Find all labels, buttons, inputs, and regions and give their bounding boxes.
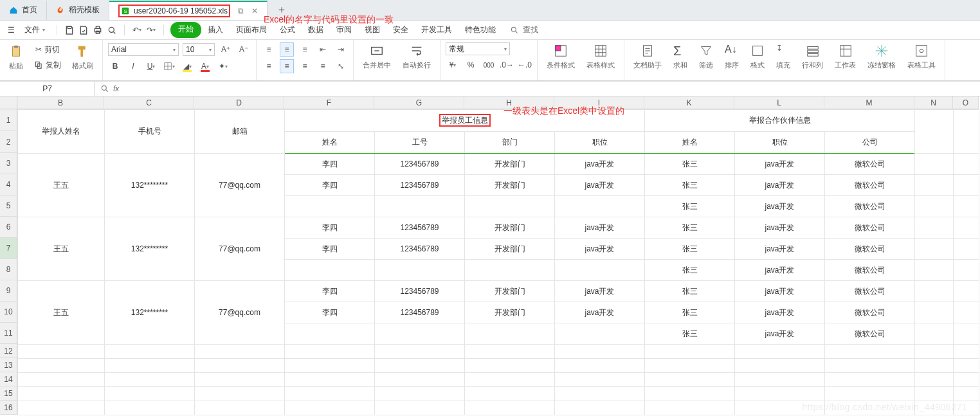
cell[interactable] <box>285 323 375 345</box>
cell[interactable]: 123456789 <box>375 175 465 196</box>
col-header-D[interactable]: D <box>194 96 284 109</box>
cell[interactable] <box>375 260 465 281</box>
cell[interactable] <box>105 373 195 387</box>
align-left-button[interactable]: ≡ <box>262 59 276 73</box>
cond-format-button[interactable]: 条件格式 <box>543 42 579 71</box>
file-menu[interactable]: 文件▾ <box>19 23 50 37</box>
cell[interactable] <box>18 401 105 415</box>
table-tools-button[interactable]: 表格工具 <box>903 42 939 71</box>
cell[interactable] <box>825 359 915 373</box>
col-header-N[interactable]: N <box>914 96 953 109</box>
filter-button[interactable]: 筛选 <box>695 42 717 71</box>
cell[interactable]: 微软公司 <box>825 239 915 260</box>
cell[interactable] <box>285 196 375 217</box>
cell[interactable]: java开发 <box>555 175 645 196</box>
cell[interactable] <box>915 154 954 175</box>
cell[interactable] <box>954 302 979 323</box>
cell[interactable] <box>555 387 645 401</box>
row-header-14[interactable]: 14 <box>0 372 17 386</box>
font-name-select[interactable]: Arial▾ <box>108 43 179 56</box>
row-header-10[interactable]: 10 <box>0 302 17 323</box>
fill-color-button[interactable]: ◢▾ <box>180 59 194 73</box>
cell[interactable]: 张三 <box>645 217 735 239</box>
cell[interactable] <box>555 323 645 345</box>
cell[interactable]: 姓名 <box>285 132 375 154</box>
tab-close-icon[interactable]: ✕ <box>251 6 258 15</box>
cell[interactable]: java开发 <box>735 217 825 239</box>
cell[interactable] <box>954 260 979 281</box>
cell[interactable]: 张三 <box>645 154 735 175</box>
row-header-13[interactable]: 13 <box>0 358 17 372</box>
undo-icon[interactable]: ↶▾ <box>131 24 143 36</box>
cell[interactable]: 微软公司 <box>825 217 915 239</box>
cell[interactable] <box>465 345 555 359</box>
cell[interactable] <box>915 260 954 281</box>
paste-button[interactable]: 粘贴 <box>5 43 27 72</box>
cell[interactable] <box>18 387 105 401</box>
name-box[interactable]: P7 <box>0 82 95 96</box>
cell[interactable] <box>18 373 105 387</box>
cell[interactable]: 工号 <box>375 132 465 154</box>
cell[interactable]: 公司 <box>825 132 915 154</box>
spreadsheet-grid[interactable]: BCDFGHIKLMNO 12345678910111213141516 一级表… <box>0 96 980 416</box>
number-format-select[interactable]: 常规▾ <box>446 42 510 55</box>
cell[interactable] <box>375 401 465 415</box>
cell[interactable] <box>954 175 979 196</box>
cell[interactable] <box>954 323 979 345</box>
cell[interactable]: java开发 <box>735 323 825 345</box>
cell[interactable]: java开发 <box>735 260 825 281</box>
cell[interactable] <box>954 281 979 302</box>
align-center-button[interactable]: ≡ <box>280 59 294 73</box>
cell[interactable]: 123456789 <box>375 217 465 239</box>
cell[interactable]: 张三 <box>645 302 735 323</box>
copy-button[interactable]: 复制 <box>31 58 64 72</box>
formula-input[interactable] <box>123 84 975 93</box>
cell[interactable]: 手机号 <box>105 110 195 154</box>
cell[interactable] <box>285 359 375 373</box>
cell[interactable]: java开发 <box>735 175 825 196</box>
cell[interactable] <box>555 373 645 387</box>
cell[interactable] <box>18 359 105 373</box>
print-icon[interactable] <box>92 24 104 36</box>
cell[interactable]: 123456789 <box>375 154 465 175</box>
cell[interactable]: 77@qq.com <box>195 217 285 281</box>
menu-1[interactable]: 插入 <box>201 22 230 38</box>
comma-button[interactable]: 000 <box>482 58 496 72</box>
cell[interactable] <box>735 373 825 387</box>
cell[interactable] <box>915 239 954 260</box>
zoom-icon[interactable] <box>100 84 109 93</box>
cell[interactable]: 132******** <box>105 154 195 217</box>
border-button[interactable]: ▾ <box>162 59 176 73</box>
cut-button[interactable]: ✂剪切 <box>31 42 64 57</box>
tab-home[interactable]: 首页 <box>0 1 47 20</box>
cell[interactable] <box>465 323 555 345</box>
col-header-O[interactable]: O <box>953 96 979 109</box>
row-header-1[interactable]: 1 <box>0 109 17 131</box>
cell[interactable] <box>915 110 954 154</box>
cell[interactable] <box>954 110 979 154</box>
align-top-button[interactable]: ≡ <box>262 42 276 57</box>
cell[interactable]: 微软公司 <box>825 175 915 196</box>
cell[interactable] <box>105 359 195 373</box>
tab-detach-icon[interactable]: ⧉ <box>238 6 244 15</box>
row-header-11[interactable]: 11 <box>0 323 17 344</box>
fx-icon[interactable]: fx <box>113 84 119 93</box>
cell[interactable]: 邮箱 <box>195 110 285 154</box>
menu-9[interactable]: 特色功能 <box>458 22 502 38</box>
tab-active-file[interactable]: S user2020-06-19 195052.xls ⧉ ✕ <box>109 1 268 20</box>
cell[interactable]: 张三 <box>645 281 735 302</box>
cell[interactable]: 微软公司 <box>825 154 915 175</box>
col-header-M[interactable]: M <box>824 96 914 109</box>
cell[interactable] <box>285 401 375 415</box>
cell[interactable]: 微软公司 <box>825 196 915 217</box>
cell[interactable]: 77@qq.com <box>195 281 285 345</box>
col-header-G[interactable]: G <box>374 96 464 109</box>
cell[interactable]: 李四 <box>285 281 375 302</box>
cell[interactable] <box>465 196 555 217</box>
font-color-button[interactable]: A▾ <box>198 59 212 73</box>
cell[interactable] <box>645 345 735 359</box>
cell[interactable]: 123456789 <box>375 302 465 323</box>
cell[interactable] <box>375 196 465 217</box>
cell[interactable] <box>195 373 285 387</box>
cell[interactable] <box>954 239 979 260</box>
